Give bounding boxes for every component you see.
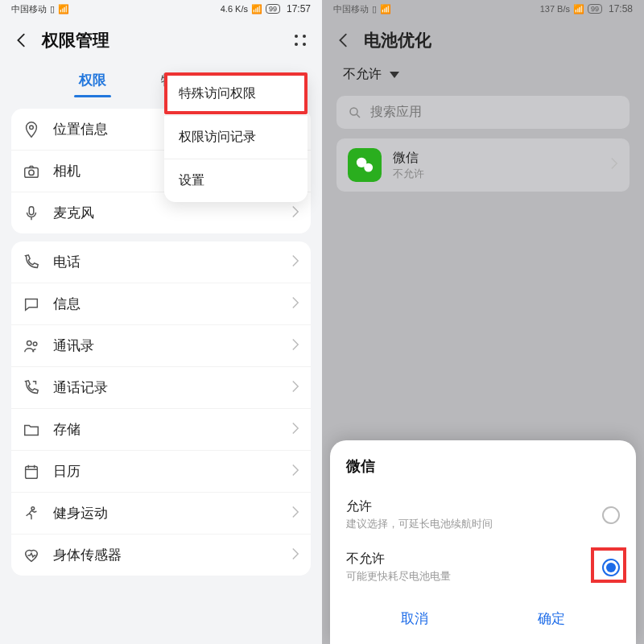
svg-rect-6 [26,466,38,478]
overflow-popover: 特殊访问权限 权限访问记录 设置 [164,72,308,202]
wifi-icon: 📶 [573,4,584,14]
microphone-icon [23,204,40,222]
heart-pulse-icon [23,547,40,564]
contacts-icon [23,337,40,355]
camera-icon [23,163,40,180]
popover-item-settings[interactable]: 设置 [164,159,308,202]
row-contacts[interactable]: 通讯录 [11,325,311,367]
status-bar: 中国移动 ▯ 📶 137 B/s 📶 99 17:58 [322,0,644,18]
svg-point-7 [31,506,35,510]
signal-icon: 📶 [380,4,391,14]
screen-battery-optimization: 中国移动 ▯ 📶 137 B/s 📶 99 17:58 电池优化 不允许 搜索应… [322,0,644,644]
clock-label: 17:58 [609,3,633,14]
chevron-right-icon [291,547,299,564]
option-subtitle: 可能更快耗尽电池电量 [346,569,451,584]
svg-point-0 [30,125,34,129]
chevron-right-icon [291,464,299,480]
row-phone[interactable]: 电话 [11,242,311,283]
folder-icon [23,421,40,439]
call-log-icon [23,379,40,397]
phone-icon [23,254,40,271]
chevron-right-icon [291,254,299,270]
netspeed-label: 4.6 K/s [221,4,248,14]
search-input[interactable]: 搜索应用 [336,96,630,129]
back-button[interactable] [13,31,31,49]
battery-icon: 99 [266,4,280,14]
chevron-right-icon [291,205,299,221]
row-label: 信息 [53,295,291,313]
page-header: 电池优化 [322,18,644,60]
screen-permission-manager: 中国移动 ▯ 📶 4.6 K/s 📶 99 17:57 权限管理 权限 特殊访问… [0,0,322,644]
svg-point-8 [350,108,357,115]
chevron-right-icon [291,296,299,312]
overflow-menu-button[interactable] [291,31,309,49]
status-bar: 中国移动 ▯ 📶 4.6 K/s 📶 99 17:57 [0,0,322,18]
row-label: 通讯录 [53,336,291,355]
back-button[interactable] [335,31,353,49]
wifi-icon: 📶 [251,4,262,14]
chevron-right-icon [291,422,299,438]
running-person-icon [23,505,40,522]
row-label: 健身运动 [53,504,291,522]
hd-icon: ▯ [50,4,55,14]
battery-optimization-dialog: 微信 允许 建议选择，可延长电池续航时间 不允许 可能更快耗尽电池电量 取消 确… [330,440,636,644]
svg-point-5 [33,341,37,345]
row-label: 日历 [53,462,291,481]
svg-point-4 [27,341,32,345]
row-label: 麦克风 [53,204,291,222]
popover-item-special-access[interactable]: 特殊访问权限 [164,72,308,116]
carrier-label: 中国移动 [333,3,369,15]
confirm-button[interactable]: 确定 [522,605,581,633]
svg-point-10 [364,163,373,172]
chevron-right-icon [610,157,618,173]
calendar-icon [23,463,40,481]
cancel-button[interactable]: 取消 [385,605,444,633]
row-label: 存储 [53,420,291,439]
dialog-actions: 取消 确定 [346,595,620,633]
row-fitness[interactable]: 健身运动 [11,493,311,535]
row-storage[interactable]: 存储 [11,409,311,451]
svg-rect-1 [25,167,39,177]
app-row-wechat[interactable]: 微信 不允许 [336,138,630,192]
radio-unselected-icon[interactable] [602,506,620,524]
battery-icon: 99 [588,4,602,14]
row-sms[interactable]: 信息 [11,283,311,325]
popover-item-access-history[interactable]: 权限访问记录 [164,116,308,159]
message-bubble-icon [23,295,40,313]
svg-point-2 [29,170,34,175]
row-label: 电话 [53,253,291,271]
row-body-sensors[interactable]: 身体传感器 [11,535,311,576]
svg-rect-3 [29,206,34,214]
search-placeholder: 搜索应用 [370,104,422,121]
option-title: 不允许 [346,551,451,568]
signal-icon: 📶 [58,4,69,14]
filter-label: 不允许 [343,66,382,83]
row-label: 身体传感器 [53,546,291,564]
page-header: 权限管理 [0,18,322,60]
app-name-label: 微信 [393,150,599,167]
permission-group-comm: 电话 信息 通讯录 通话记录 存储 日历 [11,242,311,576]
chevron-right-icon [291,506,299,522]
location-pin-icon [23,121,40,138]
netspeed-label: 137 B/s [540,4,570,14]
option-deny[interactable]: 不允许 可能更快耗尽电池电量 [346,543,620,595]
hd-icon: ▯ [372,4,377,14]
page-title: 电池优化 [364,29,631,52]
page-title: 权限管理 [42,29,291,52]
tab-permissions[interactable]: 权限 [77,66,108,94]
app-status-label: 不允许 [393,167,599,181]
filter-dropdown[interactable]: 不允许 [322,60,644,91]
option-title: 允许 [346,498,493,515]
dialog-title: 微信 [346,456,620,476]
magnifier-icon [348,105,362,120]
wechat-icon [348,148,382,182]
row-label: 通话记录 [53,378,291,397]
tutorial-highlight-deny-radio [591,547,626,583]
triangle-down-icon [390,72,399,78]
row-calllog[interactable]: 通话记录 [11,367,311,409]
option-allow[interactable]: 允许 建议选择，可延长电池续航时间 [346,490,620,543]
chevron-right-icon [291,338,299,354]
carrier-label: 中国移动 [11,3,47,15]
option-subtitle: 建议选择，可延长电池续航时间 [346,517,493,531]
row-calendar[interactable]: 日历 [11,451,311,493]
